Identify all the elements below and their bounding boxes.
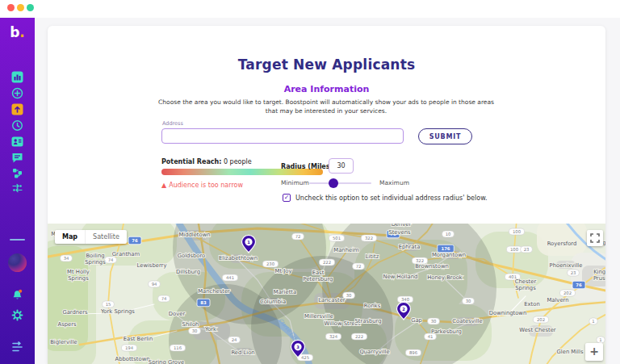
maximize-window-button[interactable] <box>27 4 34 11</box>
svg-text:441: 441 <box>226 275 234 280</box>
contacts-card-icon[interactable] <box>11 136 23 148</box>
publish-upload-icon[interactable] <box>11 103 23 115</box>
history-clock-icon[interactable] <box>11 119 23 132</box>
collapse-menu-icon[interactable] <box>11 341 23 353</box>
submit-button[interactable]: SUBMIT <box>418 128 472 144</box>
address-input[interactable] <box>161 128 404 144</box>
svg-text:202: 202 <box>563 291 572 295</box>
map-town-label: Mt Joy <box>275 268 292 274</box>
svg-text:30: 30 <box>346 293 352 298</box>
svg-text:194: 194 <box>125 345 134 350</box>
map-town-label: Honey Brook <box>427 274 463 281</box>
integrations-share-icon[interactable] <box>11 167 23 179</box>
route-shield: 100 <box>506 246 522 253</box>
svg-text:2: 2 <box>402 307 405 312</box>
warning-text: Audience is too narrow <box>169 182 243 189</box>
svg-text:340: 340 <box>401 297 410 302</box>
map-canvas[interactable]: 7676761768334749415743024116194441230725… <box>48 224 605 364</box>
automation-flow-icon[interactable] <box>11 182 23 194</box>
reach-label: Potential Reach: <box>161 158 221 165</box>
svg-text:94: 94 <box>152 282 157 287</box>
svg-text:23: 23 <box>571 270 576 275</box>
route-shield: 202 <box>533 316 549 323</box>
route-shield: 72 <box>353 263 365 270</box>
route-shield: 74 <box>105 257 117 263</box>
route-shield: 34 <box>61 255 73 261</box>
address-label: Address <box>162 120 183 127</box>
map-town-label: Quarryville <box>359 349 389 355</box>
zoom-in-button[interactable]: + <box>585 343 603 361</box>
radius-slider-thumb[interactable] <box>329 178 338 188</box>
close-window-button[interactable] <box>7 4 15 11</box>
radius-slider-track[interactable] <box>309 182 371 184</box>
map-town-label: Ronks <box>364 303 381 309</box>
map-town-label: Middletown <box>178 232 210 238</box>
warning-triangle-icon: ▲ <box>161 182 166 189</box>
minimize-window-button[interactable] <box>17 4 24 11</box>
map-town-label: Denver <box>392 224 412 228</box>
radius-input[interactable] <box>329 158 354 174</box>
map-town-label: King ofPrussia <box>593 269 605 282</box>
svg-text:116: 116 <box>174 345 182 350</box>
svg-text:3: 3 <box>296 345 300 349</box>
route-shield: 72 <box>292 233 304 240</box>
map-town-label: ChesterSprings <box>515 278 537 291</box>
user-avatar[interactable] <box>8 253 27 272</box>
main-card: Target New Applicants Area Information C… <box>48 26 605 364</box>
svg-text:30: 30 <box>466 299 471 303</box>
svg-text:24: 24 <box>232 337 237 342</box>
svg-text:324: 324 <box>329 334 338 339</box>
svg-text:222: 222 <box>323 260 331 265</box>
sidebar-divider <box>10 239 25 241</box>
map-town-label: Biglerville <box>50 339 78 345</box>
map-town-label: Elizabethtown <box>219 255 258 261</box>
map-town-label: Dover <box>169 311 186 317</box>
svg-text:425: 425 <box>301 355 309 360</box>
map-town-label: West Chester <box>519 327 555 333</box>
map-town-label: Stevens <box>388 229 411 236</box>
map-town-label: East Berlin <box>124 336 153 342</box>
add-circle-icon[interactable] <box>11 87 23 99</box>
svg-text:23: 23 <box>524 247 530 252</box>
route-shield: 30 <box>428 318 440 324</box>
map-town-label: Marietta <box>274 289 296 295</box>
route-shield: 896 <box>405 349 421 356</box>
svg-text:501: 501 <box>333 236 341 241</box>
route-shield: 324 <box>325 333 341 340</box>
potential-reach: Potential Reach: 0 people <box>161 158 252 165</box>
slider-min-label: Minimum <box>281 179 309 186</box>
fullscreen-button[interactable] <box>587 230 603 246</box>
svg-text:10: 10 <box>446 232 451 236</box>
map-town-label: Malvern <box>547 297 568 303</box>
boostpoint-logo[interactable]: b. <box>0 24 35 40</box>
svg-text:76: 76 <box>132 238 138 243</box>
route-shield: 322 <box>361 235 377 241</box>
route-shield: 76 <box>572 281 585 289</box>
map-type-map-button[interactable]: Map <box>55 230 85 244</box>
svg-text:30: 30 <box>431 319 437 324</box>
dashboard-chart-icon[interactable] <box>11 71 23 83</box>
map-town-label: Gap <box>411 317 422 324</box>
route-shield: 222 <box>319 259 335 266</box>
map-town-label: Lititz <box>366 253 379 260</box>
route-shield: 23 <box>568 270 580 276</box>
map-town-label: Coatesville <box>452 318 482 324</box>
settings-gear-icon[interactable] <box>11 309 23 321</box>
messages-chat-icon[interactable] <box>11 152 23 164</box>
map-type-satellite-button[interactable]: Satellite <box>85 230 127 244</box>
svg-text:74: 74 <box>161 296 167 301</box>
map-town-label: Phoenixville <box>550 262 583 269</box>
notifications-bell-icon[interactable] <box>11 289 23 301</box>
svg-text:322: 322 <box>365 236 373 241</box>
individual-radius-checkbox[interactable]: ✓ <box>283 194 291 202</box>
map-town-label: Brownstown <box>415 263 449 270</box>
radius-label: Radius (Miles): <box>281 163 335 170</box>
map-town-label: Ephrata <box>399 244 421 250</box>
route-shield: 194 <box>121 345 137 351</box>
svg-text:74: 74 <box>108 257 114 262</box>
map-svg: 7676761768334749415743024116194441230725… <box>48 224 605 364</box>
map-town-label: Manchester <box>198 288 230 295</box>
svg-text:1: 1 <box>592 319 594 324</box>
route-shield: 222 <box>351 333 367 340</box>
route-shield: 1 <box>597 337 605 343</box>
